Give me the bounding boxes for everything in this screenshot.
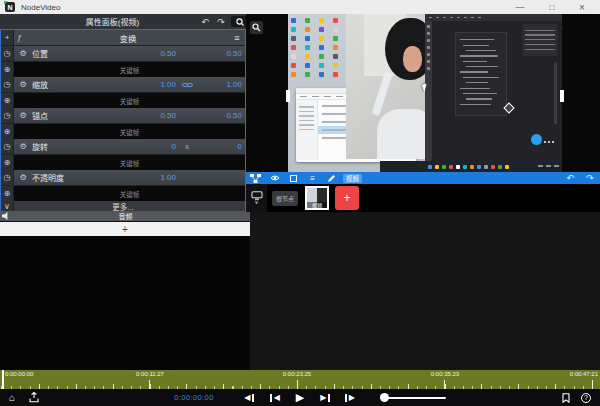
close-button[interactable]: × bbox=[570, 0, 594, 14]
timeline-zoom-knob[interactable] bbox=[380, 393, 389, 402]
bookmark-icon[interactable] bbox=[558, 389, 574, 406]
gear-icon[interactable]: ⚙ bbox=[17, 80, 29, 89]
zoom-tool-icon[interactable] bbox=[250, 21, 263, 34]
property-value[interactable]: 1.00 bbox=[132, 173, 176, 182]
fx-icon[interactable]: ƒ bbox=[17, 33, 27, 42]
stopwatch-icon[interactable]: ◷ bbox=[1, 170, 14, 185]
gear-icon[interactable]: ⚙ bbox=[17, 49, 29, 58]
ruler-time: 0:00:11:27 bbox=[136, 371, 164, 377]
output-monitor-button[interactable]: ∨ bbox=[246, 184, 267, 212]
property-row-rotation[interactable]: ◷ ⚙ 旋转 0 x 0 bbox=[1, 139, 245, 155]
property-row-scale[interactable]: ◷ ⚙ 缩放 1.00 1.00 bbox=[1, 77, 245, 93]
home-button[interactable]: ⌂ bbox=[4, 389, 20, 406]
desktop-icon bbox=[319, 36, 324, 41]
redo-button[interactable]: ↷ bbox=[213, 17, 229, 27]
move-icon[interactable]: + bbox=[1, 30, 14, 45]
node-graph-icon[interactable] bbox=[246, 174, 265, 183]
keyframe-row[interactable]: ⊕ 关键帧 bbox=[1, 186, 245, 201]
editing-node-name[interactable]: 视频 bbox=[343, 174, 362, 183]
minimize-button[interactable]: — bbox=[508, 0, 532, 14]
recorded-taskbar bbox=[380, 161, 562, 172]
add-keyframe-icon[interactable]: ⊕ bbox=[1, 62, 14, 77]
transform-section-title: 变换 bbox=[27, 32, 229, 44]
property-value-x[interactable]: 1.00 bbox=[132, 80, 176, 89]
property-value-y[interactable]: 0.50 bbox=[198, 49, 242, 58]
property-row-position[interactable]: ◷ ⚙ 位置 0.50 0.50 bbox=[1, 46, 245, 62]
stopwatch-icon[interactable]: ◷ bbox=[1, 139, 14, 154]
root-node-button[interactable]: 根节点 bbox=[272, 191, 298, 206]
snapshot-icon[interactable] bbox=[231, 16, 247, 27]
property-value-x[interactable]: 0 bbox=[132, 142, 176, 151]
link-icon[interactable] bbox=[176, 81, 198, 89]
keyframe-row[interactable]: ⊕ 关键帧 bbox=[1, 93, 245, 108]
property-value-y[interactable]: 1.00 bbox=[198, 80, 242, 89]
taskbar-icon bbox=[484, 165, 488, 169]
timeline-track-area-right[interactable] bbox=[250, 212, 600, 370]
maximize-button[interactable]: □ bbox=[540, 0, 564, 14]
taskbar-icon bbox=[428, 165, 432, 169]
add-keyframe-icon[interactable]: ⊕ bbox=[1, 93, 14, 108]
step-forward-button[interactable]: ▶ bbox=[341, 389, 359, 406]
speaker-icon bbox=[0, 211, 13, 221]
desktop-icon bbox=[319, 27, 324, 32]
step-back-button[interactable]: ◀ bbox=[240, 389, 258, 406]
desktop-icon bbox=[305, 36, 310, 41]
timeline-ruler[interactable]: 0:00:00:00 0:00:11:27 0:00:23:25 0:00:35… bbox=[0, 370, 600, 389]
undo-button[interactable]: ↶ bbox=[197, 17, 213, 27]
property-value-x[interactable]: 0.50 bbox=[132, 111, 176, 120]
current-timecode: 0:00:00:00 bbox=[158, 389, 230, 406]
transform-section: + ƒ 变换 ≡ ◷ ⚙ 位置 0.50 0.50 ⊕ 关键帧 ◷ ⚙ 缩放 1… bbox=[0, 29, 246, 213]
selection-handle-left[interactable] bbox=[286, 90, 290, 102]
add-keyframe-icon[interactable]: ⊕ bbox=[1, 155, 14, 170]
property-value-x[interactable]: 0.50 bbox=[132, 49, 176, 58]
keyframe-row[interactable]: ⊕ 关键帧 bbox=[1, 124, 245, 139]
preview-area[interactable] bbox=[246, 14, 600, 172]
bounds-icon[interactable] bbox=[284, 175, 303, 182]
recorded-cursor-highlight bbox=[531, 134, 542, 145]
desktop-icon bbox=[291, 36, 296, 41]
list-icon[interactable]: ≡ bbox=[303, 174, 322, 183]
property-row-anchor[interactable]: ◷ ⚙ 锚点 0.50 0.50 bbox=[1, 108, 245, 124]
redo-button[interactable]: ↷ bbox=[580, 173, 600, 183]
audio-section-header[interactable]: 音频 bbox=[0, 211, 250, 221]
desktop-icon bbox=[305, 72, 310, 77]
section-menu-icon[interactable]: ≡ bbox=[229, 33, 245, 43]
undo-button[interactable]: ↶ bbox=[560, 173, 580, 183]
property-value-y[interactable]: 0.50 bbox=[198, 111, 242, 120]
edit-pencil-icon[interactable] bbox=[322, 174, 341, 183]
gear-icon[interactable]: ⚙ bbox=[17, 142, 29, 151]
keyframe-row[interactable]: ⊕ 关键帧 bbox=[1, 62, 245, 77]
keyframe-row[interactable]: ⊕ 关键帧 bbox=[1, 155, 245, 170]
add-keyframe-icon[interactable]: ⊕ bbox=[1, 124, 14, 139]
add-keyframe-icon[interactable]: ⊕ bbox=[1, 186, 14, 201]
gear-icon[interactable]: ⚙ bbox=[17, 111, 29, 120]
timeline-zoom-slider[interactable] bbox=[384, 397, 446, 399]
transform-section-header[interactable]: + ƒ 变换 ≡ bbox=[1, 30, 245, 46]
taskbar-icon bbox=[491, 165, 495, 169]
property-label: 锚点 bbox=[32, 110, 132, 121]
gear-icon[interactable]: ⚙ bbox=[17, 173, 29, 182]
taskbar-tray bbox=[538, 165, 559, 167]
timeline-track-area-left[interactable] bbox=[0, 236, 250, 370]
stopwatch-icon[interactable]: ◷ bbox=[1, 108, 14, 123]
stopwatch-icon[interactable]: ◷ bbox=[1, 46, 14, 61]
add-track-button[interactable]: + bbox=[0, 222, 250, 236]
selection-handle-right[interactable] bbox=[560, 90, 564, 102]
add-node-button[interactable]: + bbox=[335, 186, 359, 210]
property-row-opacity[interactable]: ◷ ⚙ 不透明度 1.00 bbox=[1, 170, 245, 186]
help-icon: ? bbox=[581, 393, 591, 403]
video-frame[interactable] bbox=[288, 14, 562, 172]
dark-app-menubar bbox=[425, 14, 562, 21]
property-value-y[interactable]: 0 bbox=[198, 142, 242, 151]
go-to-start-button[interactable]: ◀ bbox=[266, 389, 284, 406]
node-thumbnail[interactable]: 视频 bbox=[305, 186, 329, 210]
export-button[interactable] bbox=[26, 389, 42, 406]
eye-icon[interactable] bbox=[265, 174, 284, 182]
help-button[interactable]: ? bbox=[578, 389, 594, 406]
go-to-end-button[interactable]: ▶ bbox=[316, 389, 334, 406]
playhead[interactable] bbox=[2, 370, 4, 389]
play-button[interactable]: ▶ bbox=[291, 389, 309, 406]
stopwatch-icon[interactable]: ◷ bbox=[1, 77, 14, 92]
audio-label: 音频 bbox=[13, 211, 250, 221]
recorded-cursor-dots bbox=[544, 141, 554, 143]
